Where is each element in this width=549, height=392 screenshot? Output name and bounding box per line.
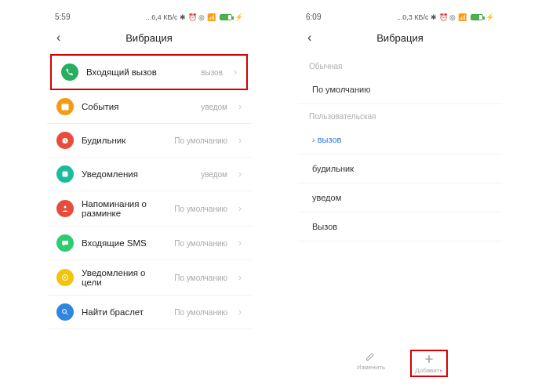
row-label: Напоминания о разминке bbox=[82, 199, 166, 218]
calendar-icon bbox=[56, 98, 74, 115]
row-label: Входящие SMS bbox=[82, 238, 166, 248]
goal-icon bbox=[56, 269, 74, 286]
svg-point-4 bbox=[64, 206, 67, 209]
chevron-right-icon: › bbox=[238, 307, 242, 318]
title-bar: ‹ Вибрация bbox=[298, 23, 502, 54]
status-bar: 5:59 ...6,4 КБ/с ✱ ⏰ ◎ 📶 ⚡ bbox=[47, 9, 251, 23]
option-default[interactable]: По умолчанию bbox=[298, 75, 502, 104]
row-value: По умолчанию bbox=[174, 136, 227, 145]
title-bar: ‹ Вибрация bbox=[47, 23, 251, 54]
screen-vibration-list: 5:59 ...6,4 КБ/с ✱ ⏰ ◎ 📶 ⚡ ‹ Вибрация Вх… bbox=[47, 9, 251, 329]
status-bar: 6:09 ...0,3 КБ/с ✱ ⏰ ◎ 📶 ⚡ bbox=[298, 9, 502, 23]
charging-icon: ⚡ bbox=[235, 13, 243, 21]
bottom-bar: Изменить Добавить bbox=[298, 343, 502, 385]
charging-icon: ⚡ bbox=[485, 13, 494, 21]
row-label: Найти браслет bbox=[82, 307, 166, 317]
sms-icon bbox=[56, 234, 74, 252]
row-find-band[interactable]: Найти браслетПо умолчанию› bbox=[47, 296, 251, 329]
custom-option-0[interactable]: вызов bbox=[298, 125, 502, 154]
row-value: уведом bbox=[201, 170, 227, 179]
row-alarm[interactable]: БудильникПо умолчанию› bbox=[47, 124, 251, 158]
svg-point-7 bbox=[64, 277, 66, 278]
chevron-right-icon: › bbox=[238, 238, 242, 249]
row-value: уведом bbox=[201, 103, 227, 111]
back-button[interactable]: ‹ bbox=[307, 31, 322, 45]
chevron-right-icon: › bbox=[238, 203, 242, 214]
add-label: Добавить bbox=[415, 367, 442, 374]
page-title: Вибрация bbox=[71, 32, 227, 44]
row-value: По умолчанию bbox=[174, 308, 227, 317]
chevron-right-icon: › bbox=[234, 67, 237, 78]
plus-icon bbox=[423, 353, 435, 365]
chevron-right-icon: › bbox=[238, 135, 242, 146]
alarm-icon bbox=[56, 132, 74, 149]
row-events[interactable]: Событияуведом› bbox=[47, 90, 251, 124]
section-custom: Пользовательская bbox=[298, 104, 502, 125]
status-time: 5:59 bbox=[55, 13, 70, 21]
edit-label: Изменить bbox=[357, 364, 385, 371]
app-icon bbox=[56, 165, 74, 183]
edit-button[interactable]: Изменить bbox=[352, 350, 390, 377]
chevron-right-icon: › bbox=[238, 101, 242, 112]
row-label: События bbox=[82, 102, 193, 111]
row-value: По умолчанию bbox=[174, 274, 227, 282]
status-net: ...0,3 КБ/с bbox=[397, 13, 429, 21]
row-incoming-call[interactable]: Входящий вызоввызов› bbox=[50, 54, 248, 90]
svg-rect-5 bbox=[62, 241, 68, 245]
custom-option-1[interactable]: будильник bbox=[298, 154, 502, 183]
custom-option-2[interactable]: уведом bbox=[298, 183, 502, 212]
row-value: По умолчанию bbox=[174, 205, 227, 213]
row-incoming-sms[interactable]: Входящие SMSПо умолчанию› bbox=[47, 227, 251, 260]
empty-space bbox=[298, 241, 502, 343]
edit-icon bbox=[365, 350, 377, 362]
row-value: вызов bbox=[201, 68, 223, 77]
status-icons: ✱ ⏰ ◎ 📶 bbox=[431, 13, 467, 21]
section-standard: Обычная bbox=[298, 54, 502, 75]
row-label: Уведомления bbox=[82, 169, 193, 179]
row-value: По умолчанию bbox=[174, 239, 227, 248]
row-label: Будильник bbox=[82, 136, 166, 145]
status-time: 6:09 bbox=[306, 13, 321, 21]
row-stretch-reminder[interactable]: Напоминания о разминкеПо умолчанию› bbox=[47, 191, 251, 227]
add-button[interactable]: Добавить bbox=[410, 350, 448, 377]
screen-vibration-picker: 6:09 ...0,3 КБ/с ✱ ⏰ ◎ 📶 ⚡ ‹ Вибрация Об… bbox=[298, 9, 502, 378]
status-icons: ✱ ⏰ ◎ 📶 bbox=[180, 13, 216, 21]
person-icon bbox=[56, 200, 74, 217]
row-notifications[interactable]: Уведомленияуведом› bbox=[47, 158, 251, 191]
back-button[interactable]: ‹ bbox=[56, 31, 71, 45]
status-net: ...6,4 КБ/с bbox=[146, 13, 178, 21]
chevron-right-icon: › bbox=[238, 169, 242, 180]
search-icon bbox=[56, 303, 74, 321]
chevron-right-icon: › bbox=[238, 272, 242, 283]
battery-icon bbox=[220, 14, 232, 20]
svg-point-8 bbox=[63, 310, 67, 314]
row-label: Входящий вызов bbox=[86, 67, 193, 77]
row-label: Уведомления о цели bbox=[82, 268, 166, 287]
battery-icon bbox=[471, 14, 483, 20]
page-title: Вибрация bbox=[322, 32, 478, 44]
row-goal-notif[interactable]: Уведомления о целиПо умолчанию› bbox=[47, 260, 251, 296]
svg-rect-3 bbox=[63, 172, 68, 177]
custom-option-3[interactable]: Вызов bbox=[298, 212, 502, 241]
phone-icon bbox=[61, 64, 78, 81]
